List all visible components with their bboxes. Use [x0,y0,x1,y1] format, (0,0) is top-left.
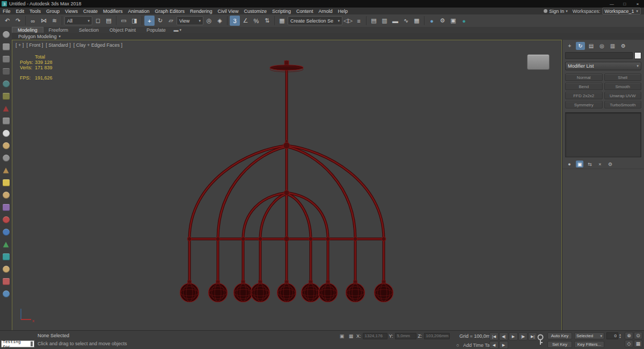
configure-modifier-sets-icon[interactable]: ⚙ [606,161,614,168]
play-button[interactable]: ▶ [509,332,518,340]
maxscript-mini-listener[interactable]: Testing for [1,340,34,347]
menu-scripting[interactable]: Scripting [269,8,294,14]
tab-selection[interactable]: Selection [74,27,104,33]
tab-populate[interactable]: Populate [141,27,171,33]
material-editor-icon[interactable]: ● [427,16,437,26]
torus-knot-icon[interactable] [3,216,10,223]
bind-to-space-warp-icon[interactable]: ≋ [49,16,60,26]
align-icon[interactable]: ≡ [354,16,364,26]
set-keys-button[interactable] [536,333,545,347]
select-object-icon[interactable]: ◻ [93,16,103,26]
modifier-list-dropdown[interactable]: Modifier List ▾ [565,62,641,70]
set-key-button[interactable]: Set Key [547,341,572,348]
sign-in-button[interactable]: Sign In ▾ [540,9,571,14]
viewport-menu-shading[interactable]: [ Clay + Edged Faces ] [74,42,122,48]
teapot-icon[interactable] [3,192,10,199]
cylinder-icon[interactable] [3,93,10,100]
menu-create[interactable]: Create [80,8,100,14]
display-tab-icon[interactable]: ▥ [608,42,617,50]
viewport-menu-pov[interactable]: [ Front ] [26,42,43,48]
remove-modifier-icon[interactable]: × [596,161,604,168]
mirror-icon[interactable]: ◁▷ [343,16,353,26]
percent-snap-icon[interactable]: % [251,16,261,26]
menu-graph-editors[interactable]: Graph Editors [152,8,187,14]
rectangular-selection-region-icon[interactable]: ▭ [119,16,129,26]
layer-explorer-icon[interactable]: ▥ [379,16,390,26]
reference-coordinate-dropdown[interactable]: View ▾ [177,16,203,25]
modifier-stack[interactable] [565,112,641,157]
select-and-move-icon[interactable]: + [144,16,155,26]
show-end-result-icon[interactable]: ▣ [576,161,583,168]
select-and-scale-icon[interactable]: ▱ [166,16,176,26]
zoom-extents-icon[interactable]: ⊙ [634,332,642,339]
hose-icon[interactable] [3,278,10,285]
render-setup-icon[interactable]: ⚙ [437,16,448,26]
prism-icon[interactable] [3,241,10,248]
oiltank-icon[interactable] [3,229,10,236]
schematic-view-icon[interactable]: ▦ [412,16,422,26]
viewport-front[interactable]: [ + ] [ Front ] [ Standard ] [ Clay + Ed… [12,40,562,331]
pin-stack-icon[interactable]: ● [566,161,573,168]
hierarchy-tab-icon[interactable]: ▤ [587,42,596,50]
angle-snap-icon[interactable]: ∠ [240,16,251,26]
select-and-rotate-icon[interactable]: ↻ [155,16,165,26]
menu-edit[interactable]: Edit [13,8,27,14]
select-and-manipulate-icon[interactable]: ◈ [215,16,225,26]
modifier-button-normal[interactable]: Normal [565,74,603,81]
hedra-icon[interactable] [3,204,10,211]
box-icon[interactable] [3,68,10,75]
spinner-snap-icon[interactable]: ⇅ [262,16,272,26]
current-frame-spinner[interactable]: 0 ▲▼ [606,332,621,339]
capsule-icon[interactable] [3,130,10,137]
tab-freeform[interactable]: Freeform [43,27,74,33]
frame-number-field[interactable]: 0 [606,332,618,339]
viewport-menu-renderer[interactable]: [ Standard ] [46,42,71,48]
snap-toggle-3d-icon[interactable]: 3 [230,16,240,26]
lock-selection-icon[interactable]: ▣ [338,332,346,339]
workspace-dropdown[interactable]: Workspace_1 ▾ [602,8,641,14]
modifier-button-unwrap-uvw[interactable]: Unwrap UVW [604,92,642,99]
torus-icon[interactable] [3,142,10,149]
menu-views[interactable]: Views [62,8,80,14]
tube-icon[interactable] [3,155,10,162]
star-icon[interactable] [3,179,10,186]
undo-icon[interactable]: ↶ [2,16,12,26]
next-key-button[interactable]: ▶ [499,341,508,349]
x-coordinate-field[interactable]: 1324,176 [363,333,387,339]
select-by-name-icon[interactable]: ▤ [104,16,114,26]
plane-icon[interactable] [3,118,10,125]
go-to-start-button[interactable]: |◀ [489,332,499,340]
render-production-icon[interactable]: ● [459,16,469,26]
rendered-frame-window-icon[interactable]: ▣ [448,16,458,26]
scene-explorer-icon[interactable]: ▤ [369,16,379,26]
menu-content[interactable]: Content [294,8,316,14]
menu-rendering[interactable]: Rendering [187,8,215,14]
redo-icon[interactable]: ↷ [13,16,23,26]
selection-filter-dropdown[interactable]: All ▾ [64,16,92,25]
modifier-button-ffd-2x2x2[interactable]: FFD 2x2x2 [565,92,603,99]
create-selection-set-dropdown[interactable]: Create Selection Se ▾ [288,16,342,25]
motion-tab-icon[interactable]: ◎ [597,42,606,50]
create-tab-icon[interactable]: + [565,42,574,50]
select-and-link-icon[interactable]: ∞ [28,16,38,26]
menu-animation[interactable]: Animation [125,8,152,14]
menu-file[interactable]: File [0,8,13,14]
use-pivot-point-center-icon[interactable]: ◎ [204,16,214,26]
key-selection-dropdown[interactable]: Selected ▾ [574,332,604,339]
next-frame-button[interactable]: |▶ [518,332,528,340]
modifier-button-smooth[interactable]: Smooth [604,83,642,90]
pyramid-icon[interactable] [3,167,10,174]
menu-help[interactable]: Help [335,8,350,14]
curve-editor-icon[interactable]: ∿ [401,16,411,26]
minimize-button[interactable]: — [605,0,618,8]
add-time-tag[interactable]: ○ Add Time Tag [454,341,493,348]
modifier-button-bend[interactable]: Bend [565,83,603,90]
tab-modeling[interactable]: Modeling [12,27,43,33]
auto-key-button[interactable]: Auto Key [547,332,572,339]
viewport-menu-general[interactable]: [ + ] [16,42,24,48]
viewcube[interactable] [527,54,550,70]
menu-group[interactable]: Group [43,8,62,14]
ribbon-section-polygon-modeling[interactable]: Polygon Modeling ▾ [12,33,644,40]
modify-tab-icon[interactable]: ↻ [576,42,585,50]
unlink-selection-icon[interactable]: ⋈ [39,16,49,26]
